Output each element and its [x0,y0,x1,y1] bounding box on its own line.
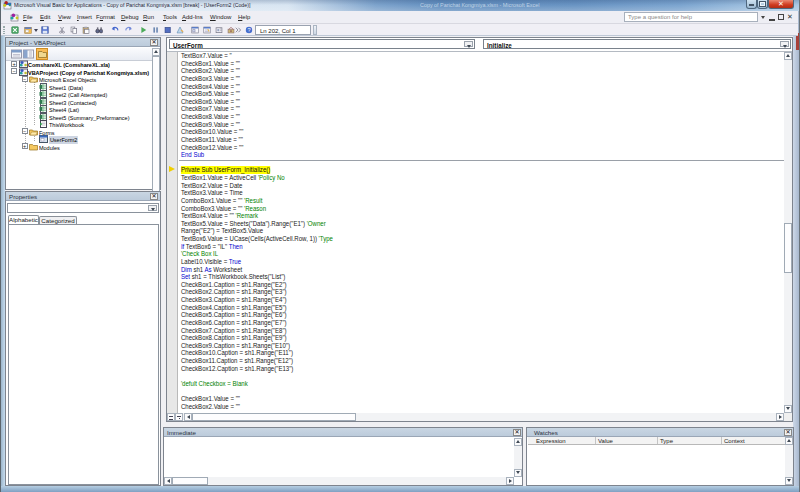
svg-text:?: ? [247,27,250,33]
